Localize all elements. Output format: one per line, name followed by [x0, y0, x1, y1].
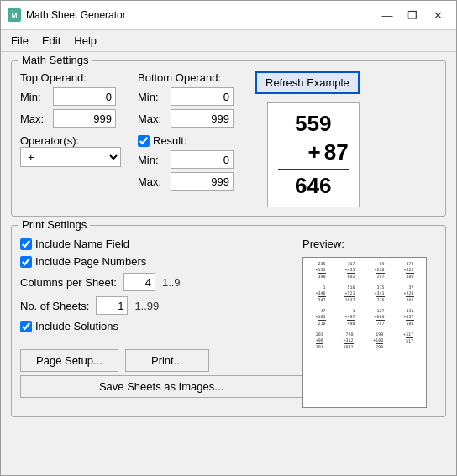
bottom-buttons: Page Setup... Print... Save Sheets as Im… [20, 343, 302, 398]
close-button[interactable]: ✕ [426, 6, 449, 24]
save-images-button[interactable]: Save Sheets as Images... [20, 375, 302, 398]
bottom-max-row: Max: [138, 109, 247, 128]
example-bottom: 87 [324, 139, 349, 167]
top-min-label: Min: [20, 91, 50, 103]
svg-text:M: M [12, 12, 18, 19]
menu-bar: File Edit Help [1, 30, 456, 52]
bottom-min-input[interactable] [171, 87, 234, 106]
operator-row: Operator(s): + - × ÷ [20, 134, 129, 167]
math-settings-inner: Top Operand: Min: Max: Operator(s): + - [20, 71, 437, 207]
refresh-example-button[interactable]: Refresh Example [255, 71, 360, 94]
preview-box: 235+155390 167+435602 69+228297 474+3268… [302, 257, 427, 408]
example-box: 559 + 87 646 [267, 102, 360, 207]
action-buttons-row: Page Setup... Print... [20, 349, 302, 372]
example-result: 646 [295, 172, 331, 201]
include-solutions-label[interactable]: Include Solutions [20, 320, 302, 332]
top-operand-label: Top Operand: [20, 71, 129, 84]
result-min-input[interactable] [171, 150, 234, 169]
sheets-row: No. of Sheets: 1..99 [20, 296, 302, 315]
preview-label: Preview: [302, 238, 344, 250]
bottom-operand-col: Bottom Operand: Min: Max: Result: [138, 71, 247, 207]
window-controls: — ❒ ✕ [376, 6, 449, 24]
sheets-range: 1..99 [134, 300, 159, 312]
include-name-checkbox[interactable] [20, 238, 32, 250]
bottom-min-row: Min: [138, 87, 247, 106]
window-title: Math Sheet Generator [26, 9, 376, 21]
include-solutions-checkbox[interactable] [20, 321, 32, 332]
math-settings-group: Math Settings Top Operand: Min: Max: Ope… [11, 60, 446, 217]
example-col: Refresh Example 559 + 87 646 [255, 71, 360, 207]
include-page-numbers-text: Include Page Numbers [35, 255, 146, 268]
bottom-min-label: Min: [138, 91, 167, 103]
result-section: Result: Min: Max: [138, 134, 247, 191]
title-bar: M Math Sheet Generator — ❒ ✕ [1, 1, 456, 30]
include-name-text: Include Name Field [35, 238, 129, 250]
math-settings-label: Math Settings [18, 54, 92, 66]
print-right-col: Preview: 235+155390 167+435602 69+228297… [302, 238, 437, 408]
result-max-input[interactable] [171, 172, 234, 191]
minimize-button[interactable]: — [376, 6, 399, 24]
menu-edit[interactable]: Edit [35, 32, 67, 50]
result-min-label: Min: [138, 154, 167, 166]
operator-label: Operator(s): [20, 134, 129, 147]
top-min-row: Min: [20, 87, 129, 106]
columns-input[interactable] [123, 273, 155, 291]
result-max-label: Max: [138, 175, 167, 188]
sheets-label: No. of Sheets: [20, 300, 89, 312]
include-page-numbers-label[interactable]: Include Page Numbers [20, 255, 302, 268]
top-max-row: Max: [20, 109, 129, 128]
menu-help[interactable]: Help [67, 32, 103, 50]
example-bottom-line: + 87 [278, 139, 349, 167]
columns-label: Columns per Sheet: [20, 276, 117, 289]
print-left-col: Include Name Field Include Page Numbers … [20, 238, 302, 408]
result-checkbox-label[interactable]: Result: [138, 134, 247, 147]
top-min-input[interactable] [53, 87, 116, 106]
operator-select[interactable]: + - × ÷ [20, 147, 121, 167]
example-operator: + [308, 139, 321, 167]
result-label-text: Result: [153, 134, 186, 147]
top-max-label: Max: [20, 112, 50, 125]
bottom-operand-label: Bottom Operand: [138, 71, 247, 84]
columns-range: 1..9 [162, 276, 181, 289]
result-min-row: Min: [138, 150, 247, 169]
result-checkbox[interactable] [138, 135, 150, 147]
main-window: M Math Sheet Generator — ❒ ✕ File Edit H… [0, 0, 457, 476]
page-setup-button[interactable]: Page Setup... [20, 349, 118, 372]
bottom-max-input[interactable] [171, 109, 234, 128]
print-settings-group: Print Settings Include Name Field Includ… [11, 225, 446, 417]
print-settings-label: Print Settings [18, 218, 90, 231]
bottom-max-label: Max: [138, 112, 167, 125]
example-top: 559 [295, 110, 331, 139]
top-operand-col: Top Operand: Min: Max: Operator(s): + - [20, 71, 129, 207]
preview-content: 235+155390 167+435602 69+228297 474+3268… [303, 258, 426, 355]
menu-file[interactable]: File [4, 32, 35, 50]
include-name-label[interactable]: Include Name Field [20, 238, 302, 250]
print-settings-inner: Include Name Field Include Page Numbers … [20, 238, 437, 408]
include-solutions-text: Include Solutions [35, 320, 118, 332]
content-area: Math Settings Top Operand: Min: Max: Ope… [1, 52, 456, 475]
result-max-row: Max: [138, 172, 247, 191]
app-icon: M [8, 8, 21, 22]
maximize-button[interactable]: ❒ [401, 6, 424, 24]
print-button[interactable]: Print... [125, 349, 209, 372]
include-page-numbers-checkbox[interactable] [20, 256, 32, 268]
example-divider [278, 169, 349, 170]
top-max-input[interactable] [53, 109, 116, 128]
columns-row: Columns per Sheet: 1..9 [20, 273, 302, 291]
sheets-input[interactable] [96, 296, 128, 315]
